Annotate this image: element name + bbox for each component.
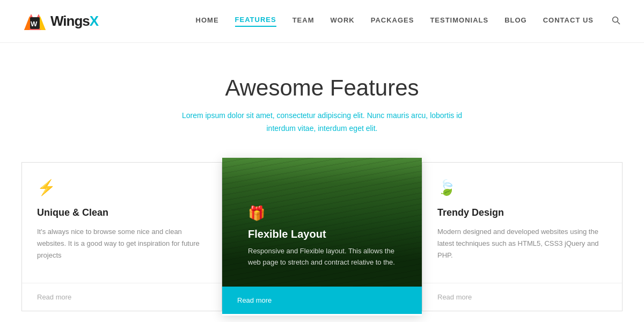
card-middle-image: 🎁 Flexible Layout Responsive and Flexibl… bbox=[222, 158, 422, 287]
card-right-title: Trendy Design bbox=[437, 207, 607, 218]
nav-contact[interactable]: CONTACT US bbox=[543, 16, 594, 26]
site-header: W WingsX HOME FEATURES TEAM WORK PACKAGE… bbox=[0, 0, 644, 43]
card-left-title: Unique & Clean bbox=[37, 207, 207, 218]
hero-subtitle: Lorem ipsum dolor sit amet, consectetur … bbox=[172, 109, 472, 135]
svg-point-5 bbox=[613, 17, 618, 22]
card-right-body: 🍃 Trendy Design Modern designed and deve… bbox=[422, 163, 622, 283]
card-left-desc: It's always nice to browse some nice and… bbox=[37, 226, 207, 261]
nav-home[interactable]: HOME bbox=[196, 16, 219, 26]
search-button[interactable] bbox=[610, 14, 623, 29]
feature-card-left: ⚡ Unique & Clean It's always nice to bro… bbox=[21, 162, 222, 311]
hero-title: Awesome Features bbox=[11, 75, 633, 101]
card-middle-title: Flexible Layout bbox=[248, 228, 396, 240]
feature-card-right: 🍃 Trendy Design Modern designed and deve… bbox=[422, 162, 623, 311]
main-nav: HOME FEATURES TEAM WORK PACKAGES TESTIMO… bbox=[196, 14, 623, 29]
card-middle-content: 🎁 Flexible Layout Responsive and Flexibl… bbox=[235, 194, 409, 274]
nav-testimonials[interactable]: TESTIMONIALS bbox=[430, 16, 488, 26]
svg-text:W: W bbox=[31, 20, 38, 28]
leaf-icon: 🍃 bbox=[437, 179, 607, 196]
card-right-read-more[interactable]: Read more bbox=[422, 283, 622, 311]
nav-work[interactable]: WORK bbox=[331, 16, 355, 26]
card-left-read-more[interactable]: Read more bbox=[22, 283, 222, 311]
nav-blog[interactable]: BLOG bbox=[504, 16, 527, 26]
logo[interactable]: W WingsX bbox=[21, 10, 98, 33]
logo-text: WingsX bbox=[50, 13, 98, 30]
svg-line-6 bbox=[618, 21, 620, 24]
nav-features[interactable]: FEATURES bbox=[235, 16, 276, 27]
feature-card-middle: 🎁 Flexible Layout Responsive and Flexibl… bbox=[222, 158, 422, 316]
gift-icon: 🎁 bbox=[248, 205, 396, 222]
hero-section: Awesome Features Lorem ipsum dolor sit a… bbox=[0, 43, 644, 157]
card-left-body: ⚡ Unique & Clean It's always nice to bro… bbox=[22, 163, 222, 283]
bolt-icon: ⚡ bbox=[37, 179, 207, 196]
card-right-desc: Modern designed and developed websites u… bbox=[437, 226, 607, 261]
nav-packages[interactable]: PACKAGES bbox=[371, 16, 414, 26]
card-middle-desc: Responsive and Flexible layout. This all… bbox=[248, 246, 396, 268]
nav-team[interactable]: TEAM bbox=[292, 16, 314, 26]
card-middle-read-more[interactable]: Read more bbox=[222, 287, 422, 314]
logo-icon: W bbox=[21, 10, 48, 33]
features-cards: ⚡ Unique & Clean It's always nice to bro… bbox=[0, 157, 644, 322]
search-icon bbox=[612, 16, 620, 25]
